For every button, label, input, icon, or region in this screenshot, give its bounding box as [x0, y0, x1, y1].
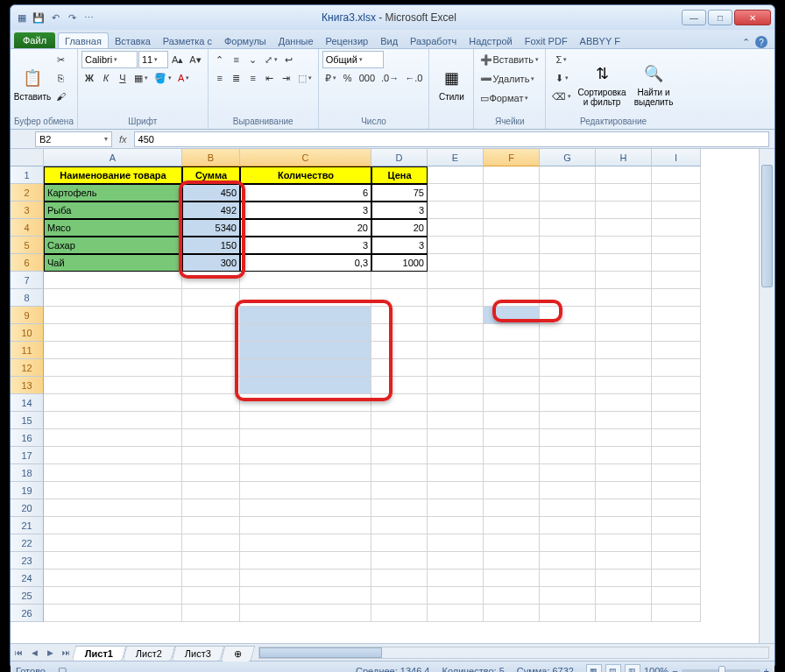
cell[interactable] — [540, 219, 596, 237]
cell[interactable] — [371, 534, 428, 552]
cell[interactable]: 3 — [371, 202, 428, 219]
cell[interactable] — [596, 482, 652, 499]
cell[interactable] — [484, 219, 540, 237]
sheet-tab[interactable]: Лист3 — [172, 646, 225, 661]
cell[interactable]: 492 — [182, 202, 240, 219]
align-right-icon[interactable]: ≡ — [245, 69, 261, 87]
cell[interactable] — [596, 307, 652, 324]
cell[interactable] — [540, 342, 596, 359]
cell[interactable] — [652, 202, 701, 219]
cell[interactable] — [652, 307, 701, 324]
scroll-thumb[interactable] — [259, 647, 382, 658]
decrease-decimal-icon[interactable]: ←.0 — [402, 69, 425, 87]
qat-more-icon[interactable]: ⋯ — [81, 10, 96, 25]
insert-cells-button[interactable]: ➕ Вставить — [477, 51, 541, 68]
cell[interactable] — [540, 166, 596, 184]
view-page-layout-icon[interactable]: ▤ — [605, 664, 621, 673]
sheet-tab[interactable]: Лист1 — [72, 646, 127, 661]
cell[interactable] — [182, 482, 240, 499]
cell[interactable]: Чай — [44, 254, 182, 272]
cell[interactable] — [428, 377, 484, 394]
cell[interactable] — [371, 569, 428, 587]
cell[interactable] — [240, 552, 371, 569]
cell[interactable] — [44, 289, 182, 307]
cell[interactable]: 3 — [240, 237, 371, 254]
cell[interactable] — [371, 587, 428, 605]
cell[interactable] — [428, 587, 484, 605]
cell[interactable] — [540, 202, 596, 219]
cell[interactable] — [371, 307, 428, 324]
cell[interactable] — [428, 569, 484, 587]
horizontal-scrollbar[interactable] — [258, 647, 769, 659]
cell[interactable] — [484, 324, 540, 342]
cell[interactable] — [484, 534, 540, 552]
cell[interactable] — [652, 447, 701, 464]
cells-area[interactable]: Наименование товараСуммаКоличествоЦенаКа… — [44, 166, 759, 643]
redo-icon[interactable]: ↷ — [64, 10, 80, 25]
fx-icon[interactable]: fx — [119, 134, 127, 145]
cell[interactable] — [596, 202, 652, 219]
cell[interactable] — [652, 184, 701, 202]
cell[interactable] — [484, 377, 540, 394]
tab-file[interactable]: Файл — [14, 32, 55, 48]
cell[interactable] — [240, 482, 371, 499]
cell[interactable] — [44, 394, 182, 412]
cell[interactable] — [371, 342, 428, 359]
cell[interactable] — [484, 482, 540, 499]
cell[interactable] — [484, 202, 540, 219]
row-header[interactable]: 22 — [11, 534, 44, 552]
cell[interactable] — [652, 517, 701, 534]
row-header[interactable]: 18 — [11, 464, 44, 482]
fill-icon[interactable]: ⬇ — [549, 69, 574, 87]
cell[interactable] — [596, 184, 652, 202]
cell[interactable] — [371, 394, 428, 412]
cell[interactable] — [596, 166, 652, 184]
cell[interactable] — [428, 202, 484, 219]
sheet-nav-first-icon[interactable]: ⏮ — [11, 645, 26, 661]
cell[interactable] — [540, 377, 596, 394]
cell[interactable]: 6 — [240, 184, 371, 202]
cell[interactable] — [484, 499, 540, 517]
cell[interactable] — [540, 359, 596, 377]
cell[interactable] — [240, 534, 371, 552]
row-header[interactable]: 25 — [11, 587, 44, 605]
cell[interactable]: Рыба — [44, 202, 182, 219]
tab-view[interactable]: Вид — [374, 33, 404, 48]
cell[interactable] — [182, 324, 240, 342]
cell[interactable] — [652, 394, 701, 412]
cell[interactable] — [428, 254, 484, 272]
cell[interactable] — [371, 324, 428, 342]
row-header[interactable]: 1 — [11, 166, 44, 184]
cell[interactable] — [240, 569, 371, 587]
clear-icon[interactable]: ⌫ — [549, 88, 574, 105]
save-icon[interactable]: 💾 — [31, 10, 46, 25]
cell[interactable] — [484, 359, 540, 377]
sheet-tab[interactable]: Лист2 — [123, 646, 176, 661]
cell[interactable] — [371, 447, 428, 464]
cell[interactable] — [540, 587, 596, 605]
name-box[interactable]: B2▾ — [35, 131, 112, 147]
cell[interactable]: Картофель — [44, 184, 182, 202]
col-header[interactable]: B — [182, 149, 240, 166]
cell[interactable] — [484, 587, 540, 605]
zoom-level[interactable]: 100% — [644, 666, 668, 673]
cell[interactable] — [240, 342, 371, 359]
comma-format-icon[interactable]: 000 — [357, 69, 378, 87]
scroll-thumb[interactable] — [761, 165, 773, 287]
cell[interactable] — [182, 307, 240, 324]
cell[interactable] — [540, 184, 596, 202]
cell[interactable] — [596, 605, 652, 622]
cell[interactable] — [540, 447, 596, 464]
cell[interactable] — [652, 166, 701, 184]
cell[interactable] — [44, 272, 182, 289]
cell[interactable] — [371, 605, 428, 622]
cell[interactable] — [652, 324, 701, 342]
row-header[interactable]: 23 — [11, 552, 44, 569]
cell[interactable] — [240, 587, 371, 605]
cell[interactable] — [240, 377, 371, 394]
col-header[interactable]: H — [596, 149, 652, 166]
cell[interactable] — [428, 324, 484, 342]
cell[interactable] — [371, 289, 428, 307]
tab-data[interactable]: Данные — [272, 33, 320, 48]
cell[interactable] — [371, 464, 428, 482]
